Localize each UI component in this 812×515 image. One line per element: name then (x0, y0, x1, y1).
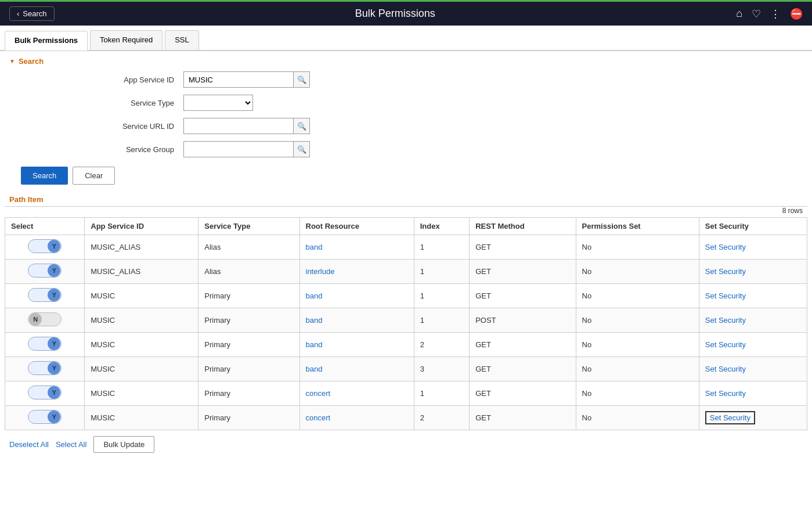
top-bar-left: ‹ Search (9, 6, 55, 21)
cell-app-service-id: MUSIC_ALIAS (85, 260, 199, 284)
search-header[interactable]: ▼ Search (9, 57, 803, 66)
table-wrap: 8 rows Select App Service ID Service Typ… (0, 207, 812, 430)
set-security-link[interactable]: Set Security (705, 365, 746, 373)
cell-set-security: Set Security (699, 260, 807, 284)
tab-bar: Bulk Permissions Token Required SSL (0, 26, 812, 51)
col-app-service-id: App Service ID (85, 218, 199, 235)
cell-index: 1 (414, 284, 470, 308)
col-service-type: Service Type (199, 218, 299, 235)
top-bar-icons: ⌂ ♡ ⋮ ⛔ (736, 8, 803, 20)
cell-index: 2 (414, 406, 470, 430)
service-type-field-wrap: Primary Alias (183, 95, 803, 111)
cell-root-resource: band (299, 235, 414, 260)
service-group-label: Service Group (21, 145, 183, 154)
toggle-switch[interactable]: Y (28, 361, 62, 375)
toggle-label: Y (52, 291, 56, 298)
cell-app-service-id: MUSIC (85, 406, 199, 430)
toggle-switch[interactable]: Y (28, 386, 62, 399)
page-title: Bulk Permissions (55, 8, 737, 20)
cell-service-type: Primary (199, 284, 299, 308)
service-url-id-field-wrap: 🔍 (183, 118, 803, 134)
cell-rest-method: GET (470, 284, 576, 308)
bulk-update-button[interactable]: Bulk Update (93, 436, 154, 453)
toggle-label: Y (52, 340, 56, 347)
set-security-link[interactable]: Set Security (705, 389, 746, 398)
cell-set-security: Set Security (699, 357, 807, 381)
service-url-id-input[interactable] (183, 118, 294, 134)
cell-root-resource: concert (299, 381, 414, 406)
clear-button[interactable]: Clear (73, 167, 115, 185)
cell-app-service-id: MUSIC (85, 381, 199, 406)
col-rest-method: REST Method (470, 218, 576, 235)
col-select: Select (5, 218, 85, 235)
app-service-id-search-btn[interactable]: 🔍 (294, 71, 310, 88)
table-header-row: Select App Service ID Service Type Root … (5, 218, 807, 235)
cell-root-resource: band (299, 357, 414, 381)
toggle-switch[interactable]: Y (28, 288, 62, 302)
cell-permissions-set: No (576, 357, 699, 381)
search-button[interactable]: Search (21, 167, 68, 185)
col-permissions-set: Permissions Set (576, 218, 699, 235)
table-row: YMUSIC_ALIASAliasinterlude1GETNoSet Secu… (5, 260, 807, 284)
toggle-label: Y (52, 365, 56, 372)
more-menu-icon[interactable]: ⋮ (770, 8, 781, 20)
set-security-link[interactable]: Set Security (705, 340, 746, 349)
cell-service-type: Primary (199, 406, 299, 430)
set-security-link[interactable]: Set Security (705, 291, 746, 300)
cell-index: 1 (414, 308, 470, 333)
toggle-switch[interactable]: N (28, 312, 62, 326)
cell-permissions-set: No (576, 308, 699, 333)
set-security-link[interactable]: Set Security (705, 316, 746, 325)
rows-count: 8 rows (5, 207, 807, 215)
set-security-link[interactable]: Set Security (705, 243, 746, 251)
tab-bulk-permissions[interactable]: Bulk Permissions (5, 31, 88, 51)
table-row: YMUSICPrimaryconcert2GETNoSet Security (5, 406, 807, 430)
bottom-row: Deselect All Select All Bulk Update (0, 430, 812, 459)
set-security-link[interactable]: Set Security (705, 267, 746, 276)
service-group-field-wrap: 🔍 (183, 141, 803, 157)
cell-root-resource: concert (299, 406, 414, 430)
search-form: App Service ID 🔍 Service Type Primary Al… (9, 71, 803, 157)
service-group-input[interactable] (183, 141, 294, 157)
chevron-left-icon: ‹ (17, 9, 19, 18)
cell-rest-method: POST (470, 308, 576, 333)
toggle-switch[interactable]: Y (28, 337, 62, 351)
toggle-switch[interactable]: Y (28, 239, 62, 253)
service-type-select[interactable]: Primary Alias (183, 95, 253, 111)
cell-set-security: Set Security (699, 284, 807, 308)
tab-ssl[interactable]: SSL (165, 30, 199, 50)
back-button[interactable]: ‹ Search (9, 6, 55, 21)
toggle-switch[interactable]: Y (28, 264, 62, 278)
deselect-all-link[interactable]: Deselect All (9, 440, 49, 449)
bell-icon[interactable]: ♡ (752, 8, 761, 20)
cell-rest-method: GET (470, 406, 576, 430)
collapse-arrow-icon: ▼ (9, 58, 15, 64)
table-row: YMUSICPrimaryconcert1GETNoSet Security (5, 381, 807, 406)
cell-app-service-id: MUSIC (85, 357, 199, 381)
select-all-link[interactable]: Select All (56, 440, 86, 449)
service-group-search-btn[interactable]: 🔍 (294, 141, 310, 157)
service-type-label: Service Type (21, 99, 183, 107)
cell-root-resource: interlude (299, 260, 414, 284)
toggle-switch[interactable]: Y (28, 410, 62, 424)
back-label: Search (23, 9, 46, 18)
home-icon[interactable]: ⌂ (736, 8, 742, 20)
cell-service-type: Primary (199, 333, 299, 357)
cell-set-security: Set Security (699, 381, 807, 406)
cell-app-service-id: MUSIC_ALIAS (85, 235, 199, 260)
cell-permissions-set: No (576, 235, 699, 260)
service-url-id-search-btn[interactable]: 🔍 (294, 118, 310, 134)
cell-service-type: Primary (199, 308, 299, 333)
cell-root-resource: band (299, 333, 414, 357)
app-service-id-input[interactable] (183, 71, 294, 88)
tab-token-required[interactable]: Token Required (90, 30, 163, 50)
cell-rest-method: GET (470, 333, 576, 357)
cell-rest-method: GET (470, 357, 576, 381)
cell-index: 2 (414, 333, 470, 357)
block-icon[interactable]: ⛔ (790, 8, 803, 20)
search-title: Search (19, 57, 44, 66)
main-content: Bulk Permissions Token Required SSL ▼ Se… (0, 26, 812, 515)
set-security-link[interactable]: Set Security (705, 411, 755, 424)
cell-set-security: Set Security (699, 308, 807, 333)
cell-rest-method: GET (470, 381, 576, 406)
